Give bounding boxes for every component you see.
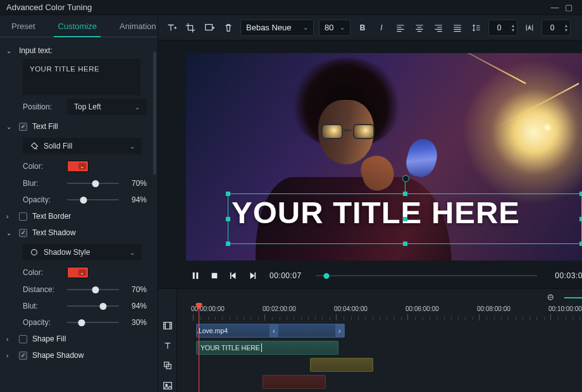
align-right-icon[interactable] xyxy=(431,21,445,35)
text-track-icon[interactable] xyxy=(161,340,175,352)
fill-color-picker[interactable]: ⌄ xyxy=(67,161,89,172)
shadow-blur-slider[interactable] xyxy=(67,301,119,311)
resize-handle-s[interactable] xyxy=(403,242,407,246)
step-forward-button[interactable] xyxy=(247,270,258,281)
chevron-down-icon[interactable]: ▼ xyxy=(562,28,570,32)
sidebar-scrollbar[interactable] xyxy=(153,52,156,216)
text-clip[interactable]: YOUR TITLE HERE xyxy=(196,341,338,355)
section-shape-shadow[interactable]: › Shape Shadow xyxy=(5,347,149,364)
bold-icon[interactable]: B xyxy=(356,21,369,35)
image-add-icon[interactable] xyxy=(202,21,216,35)
crop-icon[interactable] xyxy=(183,21,197,35)
selection-box[interactable] xyxy=(228,193,582,244)
align-justify-icon[interactable] xyxy=(450,21,464,35)
preview-canvas[interactable]: YOUR TITLE HERE xyxy=(186,53,582,260)
section-shape-fill[interactable]: › Shape Fill xyxy=(5,331,149,347)
resize-handle-se[interactable] xyxy=(579,242,582,246)
video-track[interactable]: .Love.mp4 ‹ › xyxy=(177,323,582,338)
playhead[interactable] xyxy=(199,303,199,392)
chevron-up-icon[interactable]: ▲ xyxy=(509,23,517,28)
image-track[interactable] xyxy=(177,374,582,389)
fill-opacity-slider[interactable] xyxy=(67,195,119,205)
ruler-minor-tick xyxy=(330,317,330,320)
image-clip[interactable] xyxy=(263,375,326,389)
position-select[interactable]: Top Left ⌄ xyxy=(67,99,147,115)
section-text-border[interactable]: › Text Border xyxy=(5,208,149,224)
window-maximize-button[interactable]: ▢ xyxy=(562,3,576,12)
shape-fill-checkbox[interactable] xyxy=(19,335,27,343)
chevron-down-icon: ⌄ xyxy=(303,24,308,31)
resize-handle-e[interactable] xyxy=(579,217,582,221)
ruler-minor-tick xyxy=(473,317,473,320)
window-title: Advanced Color Tuning xyxy=(6,3,92,12)
shadow-style-select[interactable]: Shadow Style ⌄ xyxy=(23,244,142,260)
char-spacing-icon[interactable] xyxy=(523,21,536,35)
text-track[interactable]: YOUR TITLE HERE xyxy=(177,340,582,355)
text-fill-heading: Text Fill xyxy=(32,122,58,131)
font-family-select[interactable]: Bebas Neue ⌄ xyxy=(240,20,314,36)
timeline-ruler[interactable]: 00:00:00:0000:02:00:0000:04:00:0000:06:0… xyxy=(177,305,582,323)
ruler-minor-tick xyxy=(244,317,244,320)
section-text-shadow[interactable]: ⌄ Text Shadow xyxy=(5,224,149,241)
letter-spacing-input[interactable]: 0 ▲▼ xyxy=(488,20,517,36)
resize-handle-w[interactable] xyxy=(226,217,230,221)
resize-handle-n[interactable] xyxy=(403,192,407,196)
window-minimize-button[interactable]: — xyxy=(548,3,562,12)
resize-handle-ne[interactable] xyxy=(579,192,582,196)
italic-icon[interactable]: I xyxy=(375,21,388,35)
delete-icon[interactable] xyxy=(221,21,235,35)
text-fill-checkbox[interactable] xyxy=(19,123,27,131)
shadow-distance-slider[interactable] xyxy=(67,285,119,295)
section-text-fill[interactable]: ⌄ Text Fill xyxy=(5,118,149,135)
zoom-out-icon[interactable] xyxy=(544,291,558,305)
align-center-icon[interactable] xyxy=(412,21,426,35)
text-shadow-checkbox[interactable] xyxy=(19,229,27,237)
title-text-input[interactable]: YOUR TITLE HERE xyxy=(23,59,140,95)
line-height-input[interactable]: 0 ▲▼ xyxy=(542,20,571,36)
line-spacing-icon[interactable] xyxy=(469,21,483,35)
align-left-icon[interactable] xyxy=(393,21,407,35)
chevron-down-icon[interactable]: ▼ xyxy=(509,28,517,32)
pause-button[interactable] xyxy=(190,270,201,281)
chevron-down-icon: ⌄ xyxy=(130,143,135,150)
tab-preset[interactable]: Preset xyxy=(0,15,47,37)
shadow-opacity-slider[interactable] xyxy=(67,317,119,328)
rotate-handle[interactable] xyxy=(405,180,406,192)
image-track-icon[interactable] xyxy=(161,379,175,392)
effects-track-icon[interactable] xyxy=(161,360,175,372)
stepper-arrows[interactable]: ▲▼ xyxy=(509,23,517,32)
clip-trim-right[interactable]: › xyxy=(335,324,344,337)
fill-blur-slider[interactable] xyxy=(67,178,119,188)
video-clip[interactable]: .Love.mp4 ‹ › xyxy=(196,324,345,338)
ruler-minor-tick xyxy=(358,317,359,320)
center-handle[interactable] xyxy=(403,217,407,221)
scrub-slider[interactable] xyxy=(316,272,538,279)
fill-blur-label: Blur: xyxy=(23,179,62,188)
zoom-slider[interactable] xyxy=(564,297,582,298)
section-input-text[interactable]: ⌄ Input text: xyxy=(5,42,149,59)
chevron-up-icon[interactable]: ▲ xyxy=(562,23,570,28)
stop-button[interactable] xyxy=(209,270,220,281)
clip-trim-left[interactable]: ‹ xyxy=(269,324,278,337)
text-border-checkbox[interactable] xyxy=(19,212,27,221)
step-back-button[interactable] xyxy=(228,270,239,281)
font-size-select[interactable]: 80 ⌄ xyxy=(319,20,350,36)
svg-rect-2 xyxy=(193,273,195,279)
fill-opacity-value: 94% xyxy=(124,195,147,204)
tab-customize[interactable]: Customize xyxy=(47,15,108,37)
ruler-minor-tick xyxy=(393,317,394,320)
text-cursor-icon xyxy=(261,343,262,352)
ruler-minor-tick xyxy=(516,317,516,320)
shape-shadow-checkbox[interactable] xyxy=(19,352,27,360)
resize-handle-sw[interactable] xyxy=(226,242,230,246)
tab-animation[interactable]: Animation xyxy=(108,15,168,37)
video-track-icon[interactable] xyxy=(161,319,175,332)
shadow-color-picker[interactable]: ⌄ xyxy=(67,267,89,278)
fill-type-select[interactable]: Solid Fill ⌄ xyxy=(23,138,142,154)
resize-handle-nw[interactable] xyxy=(226,192,230,196)
sidebar-panel: ⌄ Input text: YOUR TITLE HERE Position: … xyxy=(0,37,158,392)
ruler-major-label: 00:02:00:00 xyxy=(263,305,296,312)
effects-track[interactable] xyxy=(177,357,582,372)
stepper-arrows[interactable]: ▲▼ xyxy=(562,23,570,32)
effect-clip[interactable] xyxy=(310,358,373,372)
